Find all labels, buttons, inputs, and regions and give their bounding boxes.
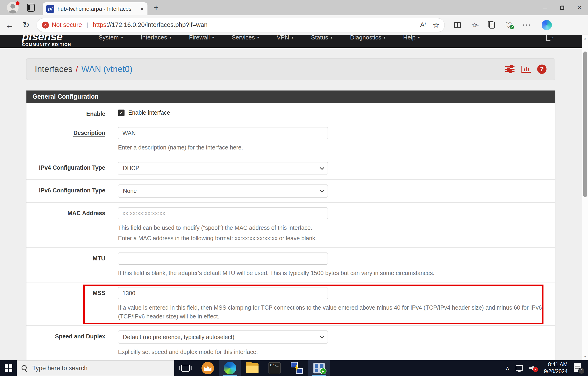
mac-address-input[interactable] [118,207,328,219]
select-value: DHCP [123,165,139,172]
action-center-button[interactable]: 2 [574,363,584,373]
speed-duplex-label: Speed and Duplex [55,333,105,340]
menu-item-diagnostics[interactable]: Diagnostics▾ [350,35,386,41]
status-chart-icon[interactable] [521,65,531,74]
caret-down-icon: ▾ [292,35,294,40]
search-input[interactable] [32,365,162,372]
security-badge[interactable]: × Not secure [42,21,82,29]
taskbar-app-orange[interactable] [197,360,219,376]
form-row-mac-address: MAC Address This field can be used to mo… [26,202,555,247]
taskbar-app-edge[interactable] [219,360,241,376]
enable-interface-checkbox[interactable]: ✓ [118,110,125,116]
tab-title: hub-fw.home.arpa - Interfaces: W [57,6,132,12]
url-rest: ://172.16.0.20/interfaces.php?if=wan [106,21,208,28]
form-row-description: Description Enter a description (name) f… [26,122,555,157]
pfsense-navbar: pfsense COMMUNITY EDITION System▾ Interf… [0,35,582,48]
form-row-ipv4-type: IPv4 Configuration Type DHCP [26,157,555,179]
task-view-button[interactable] [174,360,197,376]
address-bar[interactable]: × Not secure | https://172.16.0.20/inter… [37,18,445,32]
edge-icon [224,362,236,374]
form-row-mss: MSS If a value is entered in this field,… [26,282,555,325]
taskbar-app-file-explorer[interactable] [241,360,263,376]
menu-item-vpn[interactable]: VPN▾ [277,35,294,41]
logout-icon[interactable]: → [546,35,554,41]
pfsense-logo[interactable]: pfsense COMMUNITY EDITION [22,35,71,47]
screen: pf hub-fw.home.arpa - Interfaces: W × + … [0,0,588,376]
speed-duplex-help-2: WARNING: MUST be set to autoselect (auto… [118,358,544,360]
sliders-icon[interactable] [505,65,515,73]
mtu-help: If this field is blank, the adapter's de… [118,269,544,277]
mute-badge: × [533,367,538,372]
page-scrollbar[interactable]: ▲ ▼ [582,35,588,360]
pfsense-wordmark: pfsense [22,35,71,42]
breadcrumb-separator: / [76,64,78,74]
menu-item-firewall[interactable]: Firewall▾ [189,35,214,41]
browser-toolbar: ← ↻ × Not secure | https://172.16.0.20/i… [0,15,588,35]
close-button[interactable]: × [571,0,588,15]
ipv4-type-select[interactable]: DHCP [118,162,328,175]
taskbar-clock[interactable]: 8:41 AM 9/20/2024 [544,361,567,375]
taskbar-app-command-prompt[interactable]: C:\_ [263,360,286,376]
menu-item-help[interactable]: Help▾ [403,35,420,41]
essentials-status-dot [510,25,514,29]
start-button[interactable] [0,360,17,376]
mtu-label: MTU [93,255,105,262]
url-protocol: https [93,21,106,28]
menu-item-status[interactable]: Status▾ [311,35,333,41]
browser-essentials-icon[interactable]: ♡ [505,21,512,30]
taskbar-app-remote-desktop[interactable] [286,360,308,376]
caret-down-icon: ▾ [384,35,386,40]
refresh-button[interactable]: ↻ [20,19,32,32]
mtu-input[interactable] [118,253,328,265]
scroll-down-arrow[interactable]: ▼ [584,353,587,360]
menu-item-services[interactable]: Services▾ [232,35,259,41]
breadcrumb-page-link[interactable]: WAN (vtnet0) [81,64,133,74]
description-input[interactable] [118,127,328,139]
form-row-enable: Enable ✓ Enable interface [26,103,555,122]
taskbar-app-vm-manager[interactable]: ▶ [308,360,330,376]
orange-app-icon [201,362,214,374]
mss-input[interactable] [118,287,328,299]
breadcrumb: Interfaces / WAN (vtnet0) [35,64,132,74]
toolbar-icons: ☆≡ + ♡ ··· [454,20,552,30]
new-tab-button[interactable]: + [154,3,158,12]
split-screen-icon[interactable] [454,22,461,28]
not-secure-icon: × [42,22,49,29]
favorites-icon[interactable]: ☆≡ [471,21,479,29]
speed-duplex-select[interactable]: Default (no preference, typically autose… [118,331,328,343]
caret-down-icon: ▾ [418,35,420,40]
mac-address-label: MAC Address [67,210,105,216]
volume-muted-icon[interactable]: × [529,365,538,372]
description-label: Description [73,130,105,137]
restore-button[interactable] [554,0,571,15]
back-button[interactable]: ← [3,19,16,32]
command-prompt-icon: C:\_ [269,362,281,374]
profile-avatar[interactable] [7,2,19,13]
copilot-icon[interactable] [542,20,552,30]
tab-actions-icon[interactable] [27,4,35,11]
favorite-star-icon[interactable]: ☆ [433,21,439,30]
tray-chevron-up-icon[interactable]: ∧ [505,365,510,371]
browser-tab[interactable]: pf hub-fw.home.arpa - Interfaces: W × [43,2,147,15]
mac-address-help-2: Enter a MAC address in the following for… [118,234,544,243]
settings-more-icon[interactable]: ··· [522,21,531,29]
system-tray: ∧ × 8:41 AM 9/20/2024 2 [505,360,588,376]
read-aloud-icon[interactable]: A) [420,21,426,29]
menu-item-system[interactable]: System▾ [99,35,123,41]
taskbar-search[interactable] [17,360,174,376]
minimize-button[interactable]: – [536,0,554,15]
collections-icon[interactable]: + [489,22,495,29]
network-tray-icon[interactable] [516,365,523,371]
pfsense-favicon: pf [46,5,54,13]
panel-title: General Configuration [26,90,555,103]
caret-down-icon: ▾ [121,35,123,40]
scroll-up-arrow[interactable]: ▲ [584,35,587,42]
taskbar: C:\_ ▶ ∧ × 8:41 AM 9/20/2024 2 [0,360,588,376]
task-view-icon [181,365,190,372]
help-icon[interactable]: ? [537,65,546,74]
tab-close-icon[interactable]: × [140,6,144,12]
menu-item-interfaces[interactable]: Interfaces▾ [140,35,171,41]
scrollbar-thumb[interactable] [583,52,587,197]
ipv6-type-select[interactable]: None [118,185,328,198]
select-value: Default (no preference, typically autose… [123,334,234,341]
